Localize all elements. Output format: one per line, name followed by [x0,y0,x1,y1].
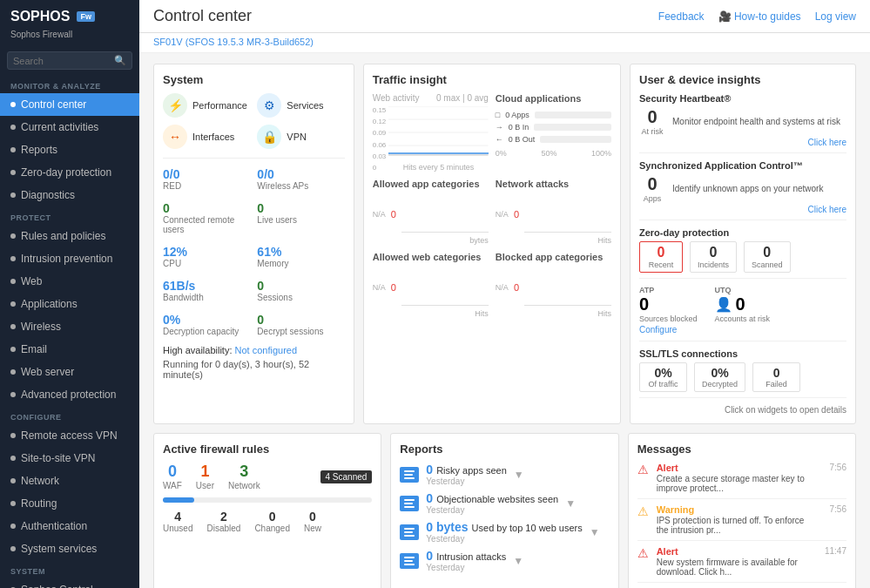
sidebar-item-applications[interactable]: Applications [0,293,139,315]
sophos-logo: SOPHOS [10,9,70,24]
sidebar-item-ips[interactable]: Intrusion prevention [0,247,139,270]
allowed-app-section: Allowed app categories N/A 0 bytes [373,179,489,245]
ssl-traffic-box: 0% Of traffic [639,362,687,392]
dot [10,546,16,551]
sync-desc: Identify unknown apps on your network [672,184,846,193]
vpn-icon-item[interactable]: 🔒 VPN [257,125,344,149]
sidebar-item-auth[interactable]: Authentication [0,515,139,537]
firewall-title: Active firewall rules [163,443,372,456]
sidebar-logo: SOPHOS Fw [0,0,139,30]
ssl-traffic-val: 0% [647,366,679,380]
fw-disabled-label: Disabled [206,524,240,533]
interfaces-icon: ↔ [163,125,187,149]
web-activity-section: Web activity 0 max | 0 avg 0.15 0.12 0.0… [373,93,489,172]
firewall-progress-bar [163,497,372,503]
cloud-row-apps: □ 0 Apps [496,111,611,119]
sidebar-item-label: Email [21,343,47,355]
stat-red: 0/0 RED [163,164,250,194]
msg-content-0: Alert Create a secure storage master key… [657,463,811,493]
performance-icon-item[interactable]: ⚡ Performance [163,93,250,118]
sidebar-item-rules[interactable]: Rules and policies [0,225,139,247]
cloud-bars: □ 0 Apps → 0 B In ← 0 B Ou [496,107,611,147]
cloud-apps-label: Cloud applications [496,93,611,104]
logview-link[interactable]: Log view [815,10,856,23]
sidebar-item-webserver[interactable]: Web server [0,361,139,383]
fw-unused-num: 4 [163,510,192,524]
sidebar-search[interactable]: 🔍 [7,51,132,70]
sidebar-item-current-activities[interactable]: Current activities [0,116,139,139]
stat-memory-label: Memory [257,259,344,268]
cloud-in-icon: → [496,123,503,132]
sync-title: Synchronized Application Control™ [639,160,846,171]
report-info-0: 0 Risky apps seen Yesterday [426,463,507,486]
cloud-row-in: → 0 B In [496,123,611,132]
atp-utq-row: ATP 0 Sources blocked UTQ 👤 0 [639,286,846,323]
zd-recent-val: 0 [647,245,675,260]
sidebar-item-sophos-central[interactable]: Sophos Central [0,578,139,588]
atp-label: ATP [639,286,698,294]
monitor-section-label: MONITOR & ANALYZE [0,75,139,93]
sidebar-item-label: Wireless [21,321,61,333]
report-arrow-1: ▼ [565,497,576,510]
dot [10,392,16,397]
messages-title: Messages [637,443,846,456]
sidebar-item-reports[interactable]: Reports [0,139,139,161]
search-input[interactable] [13,56,114,66]
utq-accounts-val: 0 [736,294,745,314]
svg-rect-6 [524,232,611,233]
configure-link[interactable]: Configure [639,325,677,335]
sync-link[interactable]: Click here [639,205,846,214]
svg-rect-0 [388,154,489,156]
sidebar-item-zerod[interactable]: Zero-day protection [0,161,139,184]
interfaces-icon-item[interactable]: ↔ Interfaces [163,125,250,149]
sidebar-item-network[interactable]: Network [0,470,139,492]
firewall-bar-fill [163,497,194,503]
ssl-failed-box: 0 Failed [752,362,800,392]
network-attacks-section: Network attacks N/A 0 Hits [496,179,611,245]
vpn-icon: 🔒 [257,125,281,149]
sidebar-item-remote-vpn[interactable]: Remote access VPN [0,424,139,447]
sidebar-item-adv-protection[interactable]: Advanced protection [0,383,139,406]
feedback-link[interactable]: Feedback [658,10,705,23]
ha-link[interactable]: Not configured [235,345,298,355]
zd-scanned-val: 0 [752,245,783,260]
sidebar-item-label: Sophos Central [21,584,93,588]
ssl-decrypted-val: 0% [702,366,738,380]
report-row-2[interactable]: 0 bytes Used by top 10 web users Yesterd… [400,520,609,544]
sidebar-item-control-center[interactable]: Control center [0,93,139,116]
sidebar-item-diagnostics[interactable]: Diagnostics [0,184,139,206]
sidebar-item-email[interactable]: Email [0,338,139,361]
utq-label: UTQ [715,286,771,294]
zd-title: Zero-day protection [639,227,846,238]
sidebar-item-sysservices[interactable]: System services [0,537,139,560]
sync-section: Synchronized Application Control™ 0 Apps… [639,160,846,220]
stat-waps: 0/0 Wireless APs [257,164,344,194]
howto-link[interactable]: 🎥 How-to guides [718,10,801,23]
services-icon-item[interactable]: ⚙ Services [257,93,344,118]
traffic-grid: Web activity 0 max | 0 avg 0.15 0.12 0.0… [373,93,611,318]
cloud-apps-val: 0 Apps [505,111,529,119]
sidebar-item-site-vpn[interactable]: Site-to-site VPN [0,447,139,470]
fw-user-num: 1 [196,463,214,481]
axis-009: 0.09 [373,129,387,137]
report-row-0[interactable]: 0 Risky apps seen Yesterday ▼ [400,463,609,486]
dot [10,147,16,152]
report-row-1[interactable]: 0 Objectionable websites seen Yesterday … [400,491,609,515]
ssl-decrypted-box: 0% Decrypted [694,362,745,392]
report-label-0: Risky apps seen [436,465,507,476]
cloud-scale: 0% 50% 100% [496,149,611,158]
atp-sources-val: 0 [639,294,649,314]
system-title: System [163,73,345,86]
sidebar-item-wireless[interactable]: Wireless [0,315,139,338]
system-icons-grid: ⚡ Performance ⚙ Services ↔ Interfaces 🔒 … [163,93,345,149]
allowed-web-bars [401,266,489,309]
sidebar-item-web[interactable]: Web [0,270,139,293]
messages-panel: Messages ⚠ Alert Create a secure storage… [628,433,856,588]
msg-row-2: ⚠ Alert New system firmware is available… [637,546,846,583]
click-widgets: Click on widgets to open details [639,405,846,415]
sidebar-item-routing[interactable]: Routing [0,492,139,515]
sync-num: 0 [639,174,665,194]
report-row-3[interactable]: 0 Intrusion attacks Yesterday ▼ [400,549,609,572]
cloud-apps-section: Cloud applications □ 0 Apps → 0 B In [496,93,611,172]
heartbeat-link[interactable]: Click here [639,138,846,147]
